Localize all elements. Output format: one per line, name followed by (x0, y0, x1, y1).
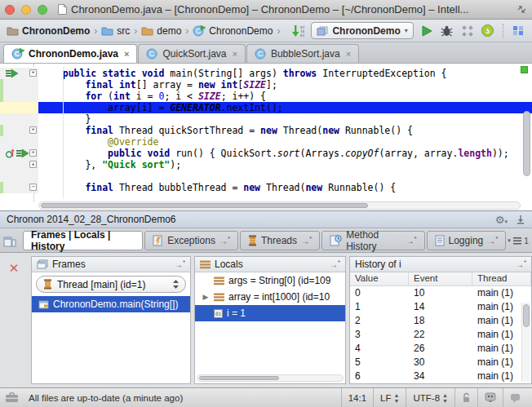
history-row[interactable]: 010main (1) (350, 286, 531, 300)
fullscreen-icon[interactable] (516, 4, 527, 15)
editor-horizontal-scrollbar[interactable] (38, 201, 521, 210)
code-text[interactable] (38, 170, 532, 182)
gutter[interactable] (0, 79, 38, 91)
coverage-icon[interactable] (460, 24, 475, 38)
gutter[interactable]: ▾ (0, 125, 38, 136)
tab-list-dropdown[interactable]: ▾ 1 (508, 236, 529, 246)
code-line-8[interactable]: + public void run() { QuickSort.sort(Arr… (0, 148, 532, 159)
code-line-1[interactable]: ▾ public static void main(String[] args)… (0, 68, 532, 79)
caret-position[interactable]: 14:1 (341, 388, 373, 407)
code-text[interactable]: final int[] array = new int[SIZE]; (38, 79, 532, 91)
code-line-6[interactable]: ▾ final Thread quickSortThread = new Thr… (0, 125, 532, 136)
overrides-icon[interactable] (6, 148, 15, 158)
line-separator-selector[interactable]: LF▲▼ (373, 388, 406, 407)
open-in-new-tab-icon[interactable]: →* (516, 259, 526, 269)
tab-close-icon[interactable]: × (124, 49, 129, 59)
gutter[interactable] (0, 136, 38, 148)
variable-row[interactable]: args = String[0] (id=109 (195, 272, 345, 289)
code-line-9[interactable]: ▴ }, "Quick sort"); (0, 159, 532, 170)
gutter[interactable] (0, 102, 38, 113)
fold-marker[interactable]: ▴ (29, 161, 37, 168)
open-in-new-tab-icon[interactable]: →* (175, 259, 185, 269)
code-text[interactable]: final Thread bubbleThread = new Thread(n… (38, 182, 532, 193)
code-area[interactable]: ▾ public static void main(String[] args)… (0, 68, 532, 193)
toolbox-icon[interactable] (5, 392, 19, 403)
scrollbar-thumb[interactable] (523, 111, 530, 176)
breadcrumb-item-chronondemo[interactable]: ChrononDemo (5, 24, 91, 38)
code-text[interactable]: final Thread quickSortThread = new Threa… (38, 125, 532, 136)
history-vertical-scrollbar[interactable] (521, 303, 530, 382)
fold-marker[interactable]: + (29, 149, 37, 157)
sort-order-icon[interactable]: 011001 (290, 24, 305, 38)
debugger-tab-frames-locals-history[interactable]: Frames | Locals | History (23, 231, 143, 250)
variable-row[interactable]: ▶array = int[1000] (id=10 (195, 289, 345, 305)
breadcrumb-item-src[interactable]: src (100, 24, 131, 38)
status-message[interactable]: All files are up-to-date (a minute ago) (29, 393, 183, 403)
debug-icon[interactable] (440, 24, 454, 38)
hide-tool-window-icon[interactable] (516, 215, 525, 224)
code-text[interactable]: array[i] = GENERATOR.nextInt(); (38, 102, 532, 113)
column-header-event[interactable]: Event (409, 272, 472, 285)
thread-selector[interactable]: Thread [main] (id=1) (36, 276, 186, 293)
chronon-run-icon[interactable] (16, 148, 29, 158)
history-row[interactable]: 114main (1) (350, 300, 531, 314)
code-line-5[interactable]: } (0, 113, 532, 125)
code-text[interactable]: } (38, 113, 532, 125)
zoom-window-button[interactable] (38, 5, 47, 15)
gutter[interactable] (0, 91, 38, 102)
encoding-selector[interactable]: UTF-8▲▼ (406, 388, 454, 407)
code-line-3[interactable]: for (int i = 0; i < SIZE; i++) { (0, 91, 532, 102)
gutter[interactable]: − (0, 182, 38, 193)
stack-frame-row[interactable]: ChrononDemo.main(String[]) (32, 296, 190, 312)
tab-close-icon[interactable]: × (346, 49, 351, 59)
run-configuration-selector[interactable]: ChrononDemo▾ (311, 22, 413, 39)
code-text[interactable]: for (int i = 0; i < SIZE; i++) { (38, 91, 532, 102)
editor-tab-quicksort-java[interactable]: CQuickSort.java× (138, 44, 245, 63)
code-line-4[interactable]: array[i] = GENERATOR.nextInt(); (0, 102, 532, 113)
restore-layout-icon[interactable] (3, 237, 16, 247)
tab-close-icon[interactable]: × (232, 49, 237, 59)
minimize-window-button[interactable] (21, 5, 31, 15)
history-row[interactable]: 634main (1) (350, 369, 531, 383)
debugger-tab-threads[interactable]: Threads→* (240, 231, 320, 250)
editor-tab-chronondemo-java[interactable]: CChrononDemo.java× (3, 44, 137, 63)
code-editor[interactable]: ▾ public static void main(String[] args)… (0, 64, 532, 210)
code-text[interactable]: @Override (38, 136, 532, 148)
variable-row[interactable]: 01i = 1 (195, 305, 345, 321)
chronon-icon[interactable]: ʖ (481, 24, 495, 38)
code-line-2[interactable]: final int[] array = new int[SIZE]; (0, 79, 532, 91)
highlighting-level-icon[interactable] (477, 388, 503, 407)
locals-horizontal-scrollbar[interactable] (197, 374, 344, 382)
breadcrumb-item-demo[interactable]: demo (140, 24, 183, 38)
code-text[interactable]: public static void main(String[] args) t… (38, 68, 532, 79)
history-row[interactable]: 530main (1) (350, 356, 531, 369)
column-header-value[interactable]: Value (350, 272, 409, 285)
close-window-button[interactable] (5, 5, 15, 15)
gutter[interactable] (0, 113, 38, 125)
gear-icon[interactable]: ⚙▾ (495, 214, 508, 226)
run-icon[interactable] (419, 24, 434, 38)
gutter[interactable]: ▴ (0, 159, 38, 170)
gutter[interactable] (0, 170, 38, 182)
inspection-status-icon[interactable] (521, 66, 528, 73)
expand-arrow-icon[interactable]: ▶ (202, 293, 210, 301)
tool-window-header[interactable]: Chronon 2014_02_28_ChrononDemo6 ⚙▾ (0, 211, 532, 228)
code-line-11[interactable]: − final Thread bubbleThread = new Thread… (0, 182, 532, 193)
scrollbar-thumb[interactable] (199, 376, 279, 380)
debugger-tab-method-history[interactable]: Method History→* (321, 231, 424, 250)
history-row[interactable]: 218main (1) (350, 314, 531, 328)
history-row[interactable]: 322main (1) (350, 328, 531, 342)
code-text[interactable]: public void run() { QuickSort.sort(Array… (38, 148, 532, 159)
code-line-7[interactable]: @Override (0, 136, 532, 148)
gutter[interactable]: + (0, 148, 38, 159)
view-breakpoints-icon[interactable] (511, 24, 525, 38)
debugger-tab-logging[interactable]: Logging→* (427, 231, 507, 250)
breadcrumb-item-chronondemo[interactable]: CChrononDemo (191, 24, 274, 38)
history-row[interactable]: 426main (1) (350, 342, 531, 356)
notifications-icon[interactable] (503, 388, 527, 407)
code-line-10[interactable] (0, 170, 532, 182)
lock-icon[interactable] (454, 388, 477, 407)
fold-marker[interactable]: ▾ (29, 126, 37, 134)
gutter[interactable]: ▾ (0, 68, 38, 79)
editor-tab-bubblesort-java[interactable]: CBubbleSort.java× (246, 44, 359, 63)
